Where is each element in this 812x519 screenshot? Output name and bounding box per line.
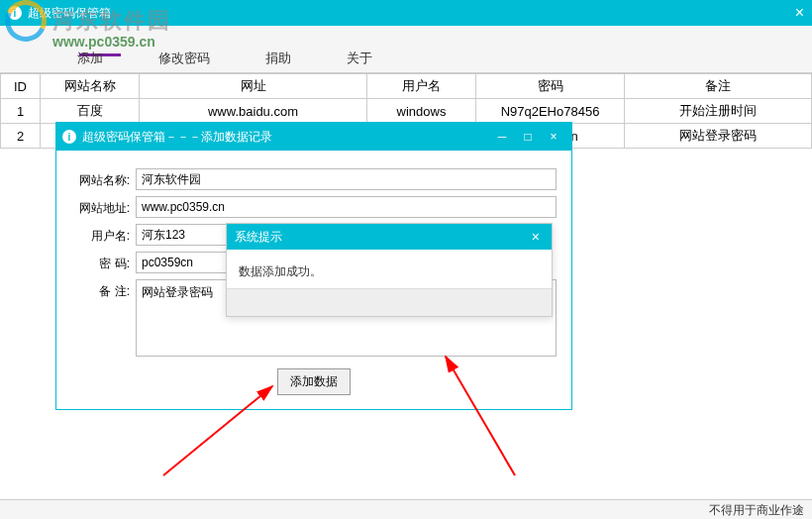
status-bar: 不得用于商业作途 (0, 499, 812, 519)
alert-dialog: 系统提示 × 数据添加成功。 (226, 223, 553, 317)
alert-title: 系统提示 (235, 229, 528, 246)
alert-footer (227, 288, 552, 316)
minimize-icon[interactable]: ─ (490, 128, 514, 146)
cell-url: www.baidu.com (140, 99, 367, 124)
cell-id: 1 (1, 99, 41, 124)
col-pass[interactable]: 密码 (476, 74, 625, 99)
menu-modify[interactable]: 修改密码 (151, 48, 218, 69)
alert-titlebar[interactable]: 系统提示 × (227, 224, 552, 250)
table-header-row: ID 网站名称 网址 用户名 密码 备注 (1, 74, 812, 99)
label-password: 密 码: (68, 252, 136, 272)
menubar: 添加 修改密码 捐助 关于 (0, 26, 812, 73)
cell-name: 百度 (41, 99, 140, 124)
info-icon: i (62, 130, 76, 144)
cell-id: 2 (1, 124, 41, 149)
alert-message: 数据添加成功。 (227, 250, 552, 288)
col-note[interactable]: 备注 (625, 74, 812, 99)
cell-user: windows (367, 99, 476, 124)
menu-add[interactable]: 添加 (69, 48, 111, 69)
add-data-button[interactable]: 添加数据 (277, 368, 351, 395)
menu-about[interactable]: 关于 (339, 48, 380, 69)
label-site-url: 网站地址: (68, 196, 136, 217)
col-user[interactable]: 用户名 (367, 74, 476, 99)
col-url[interactable]: 网址 (140, 74, 367, 99)
close-icon[interactable]: × (528, 229, 544, 245)
site-url-input[interactable] (136, 196, 557, 218)
table-row[interactable]: 1 百度 www.baidu.com windows N97q2EHo78456… (1, 99, 812, 124)
menu-donate[interactable]: 捐助 (257, 48, 299, 69)
label-note: 备 注: (68, 279, 136, 300)
status-text: 不得用于商业作途 (709, 503, 804, 517)
dialog-title: 超级密码保管箱－－－添加数据记录 (82, 129, 488, 146)
cell-note: 网站登录密码 (625, 124, 812, 149)
close-icon[interactable]: × (795, 4, 804, 22)
window-title: 超级密码保管箱 (28, 5, 111, 22)
label-username: 用户名: (68, 224, 136, 245)
info-icon: i (8, 6, 22, 20)
label-site-name: 网站名称: (68, 168, 136, 189)
main-titlebar: i 超级密码保管箱 × (0, 0, 812, 26)
site-name-input[interactable] (136, 168, 557, 190)
col-name[interactable]: 网站名称 (41, 74, 140, 99)
close-icon[interactable]: × (542, 128, 565, 146)
cell-note: 开始注册时间 (625, 99, 812, 124)
cell-pass: N97q2EHo78456 (476, 99, 625, 124)
col-id[interactable]: ID (1, 74, 41, 99)
dialog-titlebar[interactable]: i 超级密码保管箱－－－添加数据记录 ─ □ × (56, 123, 571, 151)
maximize-icon[interactable]: □ (516, 128, 540, 146)
